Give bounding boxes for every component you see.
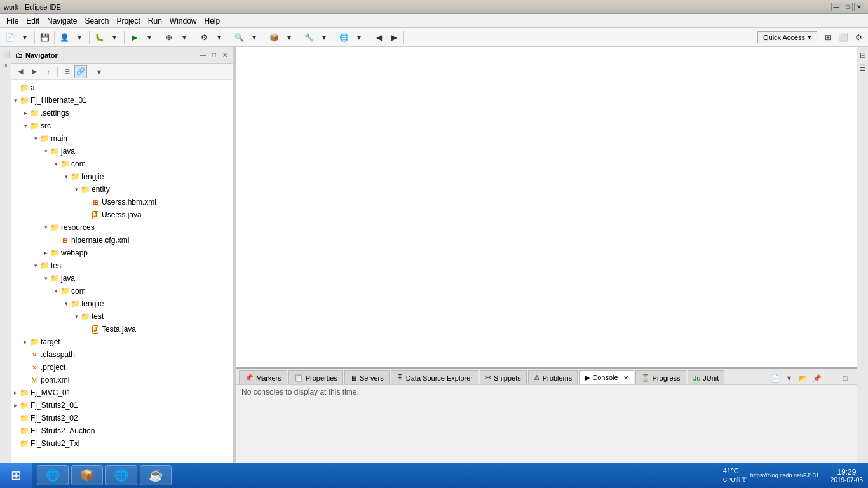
nav-tool-forward[interactable]: ▶ bbox=[28, 65, 41, 78]
tab-datasource[interactable]: 🗄 Data Source Explorer bbox=[391, 370, 478, 384]
tab-problems[interactable]: ⚠ Problems bbox=[528, 370, 578, 384]
toolbar-btn-g[interactable]: 📦 bbox=[267, 30, 281, 44]
tree-item-java_main[interactable]: ▾📁java bbox=[11, 145, 233, 158]
tree-toggle-hibernate_cfg[interactable] bbox=[52, 236, 60, 244]
tree-item-src[interactable]: ▾📁src bbox=[11, 119, 233, 132]
navigator-tree[interactable]: 📁a▾📁Fj_Hibernate_01▸📁.settings▾📁src▾📁mai… bbox=[11, 80, 233, 463]
tree-toggle-fj_hibernate_01[interactable]: ▾ bbox=[11, 97, 19, 104]
toolbar-btn-k[interactable]: 🌐 bbox=[337, 30, 351, 44]
nav-tool-collapse[interactable]: ⊟ bbox=[60, 65, 73, 78]
tab-console[interactable]: ▶ Console ✕ bbox=[579, 370, 634, 384]
tree-toggle-testa_java[interactable] bbox=[83, 325, 90, 333]
toolbar-nav-forward[interactable]: ▶ bbox=[387, 30, 401, 44]
tree-toggle-project[interactable] bbox=[22, 363, 29, 371]
minimize-button[interactable]: — bbox=[831, 3, 841, 11]
tab-servers[interactable]: 🖥 Servers bbox=[344, 370, 390, 384]
tree-item-fj_mvc_01[interactable]: ▸📁Fj_MVC_01 bbox=[11, 386, 233, 399]
tree-item-testa_java[interactable]: JTesta.java bbox=[11, 323, 233, 336]
console-pin-btn[interactable]: 📌 bbox=[811, 372, 824, 384]
start-button[interactable]: ⊞ bbox=[0, 463, 32, 488]
tree-item-entity[interactable]: ▾📁entity bbox=[11, 183, 233, 196]
toolbar-btn-i[interactable]: 🔧 bbox=[302, 30, 316, 44]
toolbar-btn-a[interactable]: ⊕ bbox=[162, 30, 176, 44]
tree-toggle-com_test[interactable]: ▾ bbox=[52, 287, 60, 295]
tree-toggle-fi_struts2_txl[interactable] bbox=[11, 440, 19, 447]
tree-toggle-settings[interactable]: ▸ bbox=[22, 109, 29, 117]
tree-item-fengjie_main[interactable]: ▾📁fengjie bbox=[11, 170, 233, 183]
title-bar-buttons[interactable]: — □ ✕ bbox=[831, 3, 864, 11]
navigator-maximize-btn[interactable]: □ bbox=[210, 51, 218, 59]
toolbar-nav-back[interactable]: ◀ bbox=[372, 30, 386, 44]
toolbar-publish-dropdown[interactable]: ▾ bbox=[72, 30, 86, 44]
tab-snippets[interactable]: ✂ Snippets bbox=[480, 370, 527, 384]
toolbar-btn-d[interactable]: ▾ bbox=[212, 30, 226, 44]
toolbar-dropdown1[interactable]: ▾ bbox=[18, 30, 32, 44]
tree-toggle-com_main[interactable]: ▾ bbox=[52, 160, 60, 168]
tree-item-hibernate_cfg[interactable]: ⊞hibernate.cfg.xml bbox=[11, 234, 233, 247]
quick-access-button[interactable]: Quick Access ▾ bbox=[757, 31, 817, 43]
tree-toggle-a[interactable] bbox=[11, 84, 19, 92]
menu-edit[interactable]: Edit bbox=[22, 15, 43, 27]
tree-toggle-pom_xml[interactable] bbox=[22, 376, 29, 384]
menu-navigate[interactable]: Navigate bbox=[43, 15, 81, 27]
tree-toggle-resources[interactable]: ▾ bbox=[42, 224, 50, 231]
tree-toggle-fj_mvc_01[interactable]: ▸ bbox=[11, 389, 19, 396]
tree-item-com_main[interactable]: ▾📁com bbox=[11, 158, 233, 170]
tree-item-fj_struts2_02[interactable]: 📁Fj_Struts2_02 bbox=[11, 412, 233, 424]
bottom-minimize-btn[interactable]: — bbox=[825, 372, 837, 384]
menu-run[interactable]: Run bbox=[144, 15, 166, 27]
tab-markers[interactable]: 📌 Markers bbox=[239, 370, 287, 384]
tree-toggle-fj_struts2_auction[interactable] bbox=[11, 427, 19, 435]
tab-junit[interactable]: Ju JUnit bbox=[688, 370, 725, 384]
menu-help[interactable]: Help bbox=[201, 15, 224, 27]
quick-access-dropdown-icon[interactable]: ▾ bbox=[808, 33, 811, 41]
navigator-minimize-btn[interactable]: — bbox=[198, 51, 208, 59]
tree-toggle-main[interactable]: ▾ bbox=[32, 135, 39, 142]
close-button[interactable]: ✕ bbox=[854, 3, 864, 11]
tree-item-test_folder[interactable]: ▾📁test bbox=[11, 310, 233, 323]
menu-file[interactable]: File bbox=[3, 15, 22, 27]
maximize-button[interactable]: □ bbox=[843, 3, 853, 11]
tree-toggle-test_folder[interactable]: ▾ bbox=[72, 313, 80, 320]
tab-properties[interactable]: 📋 Properties bbox=[288, 370, 343, 384]
toolbar-btn-h[interactable]: ▾ bbox=[282, 30, 296, 44]
taskbar-item-java[interactable]: ☕ bbox=[140, 465, 172, 485]
tree-toggle-fengjie_main[interactable]: ▾ bbox=[62, 173, 70, 180]
tree-toggle-userss_hbm[interactable] bbox=[83, 198, 90, 206]
left-strip-icon-2[interactable]: ≡ bbox=[1, 62, 10, 69]
tree-item-webapp[interactable]: ▸📁webapp bbox=[11, 247, 233, 259]
tree-item-main[interactable]: ▾📁main bbox=[11, 132, 233, 145]
toolbar-publish-button[interactable]: 👤 bbox=[57, 30, 71, 44]
tree-item-project[interactable]: ✕.project bbox=[11, 361, 233, 374]
console-display-btn[interactable]: ▼ bbox=[783, 372, 796, 384]
tree-toggle-webapp[interactable]: ▸ bbox=[42, 249, 50, 257]
tree-toggle-fj_struts2_01[interactable]: ▸ bbox=[11, 402, 19, 409]
tree-toggle-fengjie_test[interactable]: ▾ bbox=[62, 300, 70, 308]
tree-item-target[interactable]: ▸📁target bbox=[11, 336, 233, 348]
toolbar-btn-l[interactable]: ▾ bbox=[352, 30, 366, 44]
menu-project[interactable]: Project bbox=[112, 15, 144, 27]
tree-item-resources[interactable]: ▾📁resources bbox=[11, 221, 233, 234]
toolbar-btn-j[interactable]: ▾ bbox=[317, 30, 331, 44]
right-strip-icon-1[interactable]: ⊟ bbox=[858, 50, 867, 61]
taskbar-item-2[interactable]: 📦 bbox=[71, 465, 103, 485]
toolbar-debug-dropdown[interactable]: ▾ bbox=[107, 30, 121, 44]
bottom-maximize-btn[interactable]: □ bbox=[839, 372, 851, 384]
tree-item-fj_struts2_01[interactable]: ▸📁Fj_Struts2_01 bbox=[11, 399, 233, 412]
console-open-btn[interactable]: 📂 bbox=[797, 372, 810, 384]
tree-item-fi_struts2_txl[interactable]: 📁Fi_Struts2_Txl bbox=[11, 437, 233, 450]
tree-item-fj_struts2_auction[interactable]: 📁Fj_Struts2_Auction bbox=[11, 424, 233, 437]
nav-tool-link[interactable]: 🔗 bbox=[74, 65, 87, 78]
tree-toggle-entity[interactable]: ▾ bbox=[72, 186, 80, 193]
tree-toggle-classpath[interactable] bbox=[22, 351, 29, 358]
left-strip-icon-1[interactable]: ⬜ bbox=[1, 50, 10, 60]
toolbar-btn-f[interactable]: ▾ bbox=[247, 30, 261, 44]
toolbar-run-dropdown[interactable]: ▾ bbox=[142, 30, 156, 44]
toolbar-run-button[interactable]: ▶ bbox=[127, 30, 141, 44]
tree-item-fj_hibernate_01[interactable]: ▾📁Fj_Hibernate_01 bbox=[11, 94, 233, 107]
tree-toggle-test_src[interactable]: ▾ bbox=[32, 262, 39, 269]
toolbar-settings-btn[interactable]: ⚙ bbox=[851, 30, 865, 44]
tree-item-pom_xml[interactable]: Mpom.xml bbox=[11, 374, 233, 386]
toolbar-btn-c[interactable]: ⚙ bbox=[197, 30, 211, 44]
right-strip-icon-2[interactable]: ☰ bbox=[858, 62, 867, 74]
